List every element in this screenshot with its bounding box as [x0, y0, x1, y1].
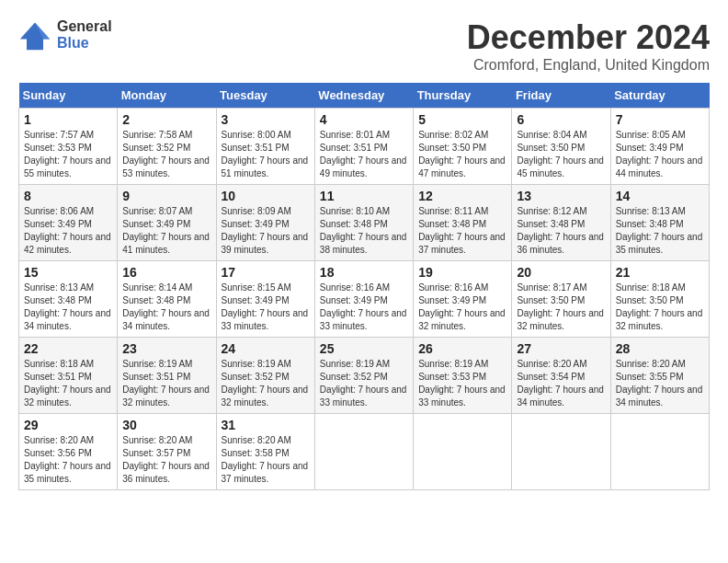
day-cell: 11 Sunrise: 8:10 AM Sunset: 3:48 PM Dayl…	[314, 185, 413, 261]
week-row-2: 8 Sunrise: 8:06 AM Sunset: 3:49 PM Dayli…	[19, 185, 710, 261]
day-number: 24	[222, 341, 310, 356]
day-cell: 14 Sunrise: 8:13 AM Sunset: 3:48 PM Dayl…	[610, 185, 709, 261]
weekday-header-sunday: Sunday	[19, 83, 118, 109]
day-info: Sunrise: 8:11 AM Sunset: 3:48 PM Dayligh…	[418, 206, 506, 255]
day-cell: 4 Sunrise: 8:01 AM Sunset: 3:51 PM Dayli…	[314, 109, 413, 185]
day-info: Sunrise: 8:16 AM Sunset: 3:49 PM Dayligh…	[418, 282, 506, 331]
day-number: 28	[616, 341, 704, 356]
day-number: 5	[418, 112, 506, 127]
day-cell: 23 Sunrise: 8:19 AM Sunset: 3:51 PM Dayl…	[118, 338, 216, 414]
week-row-4: 22 Sunrise: 8:18 AM Sunset: 3:51 PM Dayl…	[19, 338, 710, 414]
day-cell	[414, 414, 512, 490]
day-info: Sunrise: 8:19 AM Sunset: 3:53 PM Dayligh…	[418, 359, 506, 408]
day-cell: 27 Sunrise: 8:20 AM Sunset: 3:54 PM Dayl…	[512, 338, 610, 414]
day-number: 17	[222, 265, 310, 280]
day-info: Sunrise: 8:09 AM Sunset: 3:49 PM Dayligh…	[222, 206, 309, 255]
day-info: Sunrise: 8:20 AM Sunset: 3:58 PM Dayligh…	[222, 435, 309, 484]
day-cell	[512, 414, 610, 490]
day-number: 26	[418, 341, 506, 356]
day-cell: 9 Sunrise: 8:07 AM Sunset: 3:49 PM Dayli…	[118, 185, 216, 261]
day-number: 31	[222, 418, 310, 432]
day-info: Sunrise: 8:14 AM Sunset: 3:48 PM Dayligh…	[122, 282, 210, 331]
day-info: Sunrise: 8:17 AM Sunset: 3:50 PM Dayligh…	[517, 282, 604, 331]
day-info: Sunrise: 8:13 AM Sunset: 3:48 PM Dayligh…	[616, 206, 703, 255]
day-number: 3	[222, 112, 310, 127]
day-info: Sunrise: 8:19 AM Sunset: 3:51 PM Dayligh…	[122, 359, 210, 408]
day-cell: 26 Sunrise: 8:19 AM Sunset: 3:53 PM Dayl…	[414, 338, 512, 414]
day-cell: 1 Sunrise: 7:57 AM Sunset: 3:53 PM Dayli…	[19, 109, 118, 185]
day-info: Sunrise: 8:19 AM Sunset: 3:52 PM Dayligh…	[320, 359, 407, 408]
day-number: 1	[24, 112, 112, 127]
day-info: Sunrise: 8:16 AM Sunset: 3:49 PM Dayligh…	[320, 282, 407, 331]
week-row-3: 15 Sunrise: 8:13 AM Sunset: 3:48 PM Dayl…	[19, 261, 710, 338]
day-cell: 3 Sunrise: 8:00 AM Sunset: 3:51 PM Dayli…	[216, 109, 314, 185]
day-number: 13	[517, 189, 605, 203]
weekday-header-saturday: Saturday	[610, 83, 709, 109]
title-area: December 2024 Cromford, England, United …	[467, 18, 710, 74]
weekday-header-thursday: Thursday	[414, 83, 512, 109]
day-info: Sunrise: 8:18 AM Sunset: 3:50 PM Dayligh…	[616, 282, 703, 331]
day-number: 27	[517, 341, 605, 356]
day-info: Sunrise: 8:10 AM Sunset: 3:48 PM Dayligh…	[320, 206, 407, 255]
day-info: Sunrise: 8:20 AM Sunset: 3:54 PM Dayligh…	[517, 359, 604, 408]
day-number: 14	[616, 189, 704, 203]
day-cell: 18 Sunrise: 8:16 AM Sunset: 3:49 PM Dayl…	[314, 261, 413, 338]
day-number: 11	[320, 189, 408, 203]
day-cell: 5 Sunrise: 8:02 AM Sunset: 3:50 PM Dayli…	[414, 109, 512, 185]
day-number: 6	[517, 112, 605, 127]
week-row-1: 1 Sunrise: 7:57 AM Sunset: 3:53 PM Dayli…	[19, 109, 710, 185]
day-cell: 20 Sunrise: 8:17 AM Sunset: 3:50 PM Dayl…	[512, 261, 610, 338]
day-cell: 28 Sunrise: 8:20 AM Sunset: 3:55 PM Dayl…	[610, 338, 709, 414]
day-number: 9	[122, 189, 210, 203]
calendar-table: SundayMondayTuesdayWednesdayThursdayFrid…	[18, 83, 710, 490]
day-number: 2	[122, 112, 210, 127]
day-cell: 16 Sunrise: 8:14 AM Sunset: 3:48 PM Dayl…	[118, 261, 216, 338]
day-info: Sunrise: 8:05 AM Sunset: 3:49 PM Dayligh…	[616, 130, 703, 178]
day-number: 16	[122, 265, 210, 280]
day-cell: 13 Sunrise: 8:12 AM Sunset: 3:48 PM Dayl…	[512, 185, 610, 261]
month-title: December 2024	[467, 18, 710, 57]
day-info: Sunrise: 8:20 AM Sunset: 3:56 PM Dayligh…	[24, 435, 111, 484]
weekday-header-friday: Friday	[512, 83, 610, 109]
day-cell: 8 Sunrise: 8:06 AM Sunset: 3:49 PM Dayli…	[19, 185, 118, 261]
day-info: Sunrise: 7:57 AM Sunset: 3:53 PM Dayligh…	[24, 130, 111, 178]
day-info: Sunrise: 8:07 AM Sunset: 3:49 PM Dayligh…	[122, 206, 210, 255]
day-number: 30	[122, 418, 210, 432]
day-number: 20	[517, 265, 605, 280]
day-cell: 15 Sunrise: 8:13 AM Sunset: 3:48 PM Dayl…	[19, 261, 118, 338]
day-info: Sunrise: 8:20 AM Sunset: 3:55 PM Dayligh…	[616, 359, 703, 408]
day-cell: 7 Sunrise: 8:05 AM Sunset: 3:49 PM Dayli…	[610, 109, 709, 185]
day-cell: 25 Sunrise: 8:19 AM Sunset: 3:52 PM Dayl…	[314, 338, 413, 414]
day-cell: 6 Sunrise: 8:04 AM Sunset: 3:50 PM Dayli…	[512, 109, 610, 185]
day-number: 15	[24, 265, 112, 280]
day-info: Sunrise: 8:04 AM Sunset: 3:50 PM Dayligh…	[517, 130, 604, 178]
day-info: Sunrise: 8:01 AM Sunset: 3:51 PM Dayligh…	[320, 130, 407, 178]
day-info: Sunrise: 8:20 AM Sunset: 3:57 PM Dayligh…	[122, 435, 210, 484]
logo-icon	[18, 18, 51, 52]
week-row-5: 29 Sunrise: 8:20 AM Sunset: 3:56 PM Dayl…	[19, 414, 710, 490]
day-cell: 17 Sunrise: 8:15 AM Sunset: 3:49 PM Dayl…	[216, 261, 314, 338]
location-title: Cromford, England, United Kingdom	[467, 57, 710, 74]
day-cell: 21 Sunrise: 8:18 AM Sunset: 3:50 PM Dayl…	[610, 261, 709, 338]
day-info: Sunrise: 8:15 AM Sunset: 3:49 PM Dayligh…	[222, 282, 309, 331]
page-header: General Blue December 2024 Cromford, Eng…	[18, 18, 710, 74]
day-info: Sunrise: 8:13 AM Sunset: 3:48 PM Dayligh…	[24, 282, 111, 331]
day-info: Sunrise: 7:58 AM Sunset: 3:52 PM Dayligh…	[122, 130, 210, 178]
day-info: Sunrise: 8:00 AM Sunset: 3:51 PM Dayligh…	[222, 130, 309, 178]
day-cell: 12 Sunrise: 8:11 AM Sunset: 3:48 PM Dayl…	[414, 185, 512, 261]
day-number: 12	[418, 189, 506, 203]
weekday-header-monday: Monday	[118, 83, 216, 109]
day-cell: 24 Sunrise: 8:19 AM Sunset: 3:52 PM Dayl…	[216, 338, 314, 414]
day-number: 23	[122, 341, 210, 356]
logo-text: General Blue	[57, 18, 112, 52]
day-cell: 29 Sunrise: 8:20 AM Sunset: 3:56 PM Dayl…	[19, 414, 118, 490]
day-cell	[314, 414, 413, 490]
day-cell: 19 Sunrise: 8:16 AM Sunset: 3:49 PM Dayl…	[414, 261, 512, 338]
day-info: Sunrise: 8:12 AM Sunset: 3:48 PM Dayligh…	[517, 206, 604, 255]
day-number: 25	[320, 341, 408, 356]
day-number: 19	[418, 265, 506, 280]
day-cell: 22 Sunrise: 8:18 AM Sunset: 3:51 PM Dayl…	[19, 338, 118, 414]
day-number: 10	[222, 189, 310, 203]
day-number: 8	[24, 189, 112, 203]
day-info: Sunrise: 8:02 AM Sunset: 3:50 PM Dayligh…	[418, 130, 506, 178]
